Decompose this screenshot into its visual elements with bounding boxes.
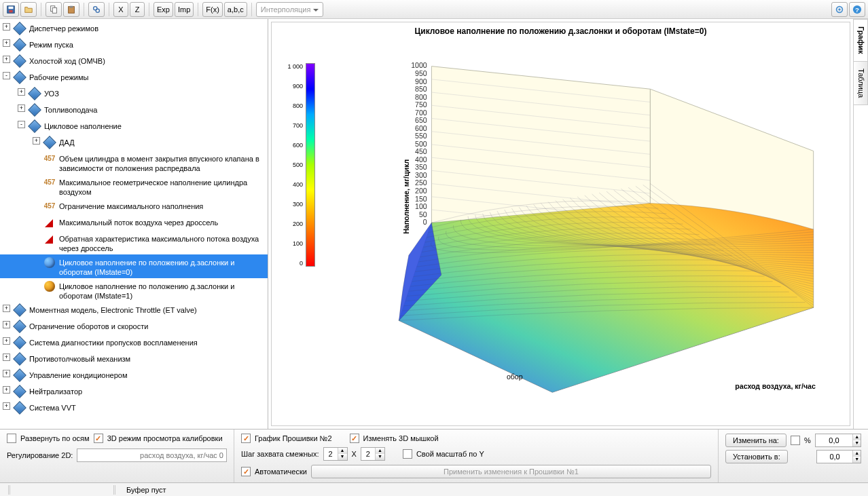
tree-item-label: УОЗ (44, 87, 265, 98)
expand-icon[interactable]: + (3, 23, 10, 31)
calibration-tree[interactable]: +Диспетчер режимов+Режим пуска+Холостой … (0, 19, 268, 429)
svg-text:500: 500 (415, 140, 427, 148)
exp-button[interactable]: Exp (153, 2, 173, 17)
tree-item[interactable]: Максимальный поток воздуха через дроссел… (0, 214, 268, 231)
tab-table[interactable]: Таблица (854, 61, 868, 105)
x-button[interactable]: X (113, 2, 128, 17)
tree-item-label: Противотолчковый механизм (29, 352, 265, 364)
folder-icon (13, 385, 26, 398)
tab-chart[interactable]: График (854, 19, 868, 62)
step1-spin[interactable]: ▲▼ (323, 447, 348, 461)
tree-item[interactable]: 457Максимальное геометрическое наполнени… (0, 174, 268, 198)
fx-button[interactable]: F(x) (202, 2, 223, 17)
tree-item[interactable]: +Топливоподача (0, 102, 268, 118)
svg-text:150: 150 (415, 195, 427, 203)
expand-axes-check[interactable] (7, 434, 16, 443)
help-button[interactable]: ? (849, 2, 865, 17)
expand-icon[interactable]: + (18, 88, 25, 96)
svg-text:350: 350 (415, 163, 427, 171)
folder-icon (13, 71, 26, 84)
expand-icon[interactable]: + (3, 354, 10, 361)
tree-item-label: Система диагностики пропусков воспламене… (29, 336, 265, 347)
expand-icon[interactable]: + (33, 137, 40, 145)
abc-button[interactable]: a,b,c (224, 2, 247, 17)
z-button[interactable]: Z (130, 2, 145, 17)
find-button[interactable] (88, 2, 105, 17)
tree-item[interactable]: -Рабочие режимы (0, 69, 268, 85)
expand-icon[interactable]: + (3, 305, 10, 312)
collapse-icon[interactable]: - (18, 121, 25, 128)
svg-text:200: 200 (415, 187, 427, 195)
tree-item-label: Холостой ход (ОМЧВ) (29, 54, 265, 66)
interpolation-combo[interactable]: Интерполяция (256, 2, 324, 17)
tree-item[interactable]: +Моментная модель, Electronic Throttle (… (0, 302, 268, 318)
change-value-spin[interactable]: ▲▼ (815, 434, 861, 447)
expand-icon[interactable]: + (3, 321, 10, 328)
apply-button[interactable]: Применить изменения к Прошивки №1 (311, 465, 711, 478)
tree-item[interactable]: +Система VVT (0, 400, 268, 416)
mouse3d-check[interactable] (350, 434, 359, 443)
percent-check[interactable] (791, 436, 800, 445)
tree-item-label: Топливоподача (44, 103, 265, 115)
tree-item[interactable]: +Диспетчер режимов (0, 20, 268, 37)
open-button[interactable] (20, 2, 37, 17)
tree-item[interactable]: +Ограничение оборотов и скорости (0, 318, 268, 335)
auto-check[interactable] (241, 467, 251, 476)
tree-item[interactable]: +ДАД (0, 134, 268, 151)
tree-item-label: Цикловое наполнение по положению д.засло… (59, 256, 265, 277)
svg-text:100: 100 (415, 202, 427, 210)
svg-text:600: 600 (415, 124, 427, 132)
set-to-button[interactable]: Установить в: (725, 450, 788, 463)
change-to-button[interactable]: Изменить на: (725, 434, 786, 447)
expand-icon[interactable]: + (3, 370, 10, 377)
tree-item[interactable]: +Нейтрализатор (0, 383, 268, 400)
folder-icon (28, 87, 41, 100)
save-button[interactable] (3, 2, 19, 17)
svg-text:950: 950 (415, 69, 427, 77)
expand-icon[interactable]: + (3, 39, 10, 47)
view3d-label: 3D режим просмотра калибровки (107, 434, 223, 442)
tree-item[interactable]: +Режим пуска (0, 37, 268, 53)
colorbar-tick: 300 (283, 201, 303, 208)
tree-item[interactable]: Цикловое наполнение по положению д.засло… (0, 254, 268, 278)
colorbar-tick: 100 (283, 240, 303, 247)
expand-icon[interactable]: + (18, 104, 25, 112)
tree-item[interactable]: +УОЗ (0, 85, 268, 102)
svg-text:400: 400 (415, 155, 427, 164)
firmware2-check[interactable] (241, 434, 251, 443)
tree-item[interactable]: +Холостой ход (ОМЧВ) (0, 53, 268, 69)
curve-icon (43, 216, 56, 229)
reg2d-input[interactable] (77, 449, 227, 462)
paste-button[interactable] (63, 2, 79, 17)
svg-text:250: 250 (415, 178, 427, 187)
colorbar-tick: 500 (283, 161, 303, 168)
expand-icon[interactable]: + (3, 386, 10, 394)
tree-item[interactable]: 457Объем цилиндра в момент закрытия впус… (0, 151, 268, 174)
tree-item[interactable]: 457Ограничение максимального наполнения (0, 198, 268, 214)
tree-item[interactable]: +Управление кондиционером (0, 367, 268, 383)
no-expand (33, 201, 40, 208)
tree-item[interactable]: +Противотолчковый механизм (0, 351, 268, 367)
auto-label: Автоматически (255, 468, 307, 476)
view3d-check[interactable] (94, 434, 103, 443)
x-separator: X (352, 450, 357, 458)
imp-button[interactable]: Imp (175, 2, 194, 17)
expand-icon[interactable]: + (3, 56, 10, 63)
expand-icon[interactable]: + (3, 337, 10, 345)
expand-icon[interactable]: + (3, 402, 10, 410)
collapse-icon[interactable]: - (3, 72, 10, 79)
copy-button[interactable] (46, 2, 62, 17)
tree-item[interactable]: -Цикловое наполнение (0, 118, 268, 134)
surface-3d[interactable]: 0501001502002503003504004505005506006507… (360, 60, 836, 412)
tree-item[interactable]: +Система диагностики пропусков воспламен… (0, 335, 268, 351)
capture-step-label: Шаг захвата смежных: (241, 450, 319, 458)
set-value-spin[interactable]: ▲▼ (816, 450, 861, 463)
chart-pane: Цикловое наполнение по положению д.засло… (268, 19, 868, 429)
chart-area[interactable]: Цикловое наполнение по положению д.засло… (271, 22, 850, 426)
tree-item[interactable]: Цикловое наполнение по положению д.засло… (0, 278, 268, 302)
tree-item[interactable]: Обратная характеристика максимального по… (0, 231, 268, 254)
step2-spin[interactable]: ▲▼ (361, 447, 385, 461)
tree-item-label: ДАД (59, 136, 265, 147)
own-scale-check[interactable] (403, 449, 412, 459)
settings-button[interactable] (831, 2, 848, 17)
